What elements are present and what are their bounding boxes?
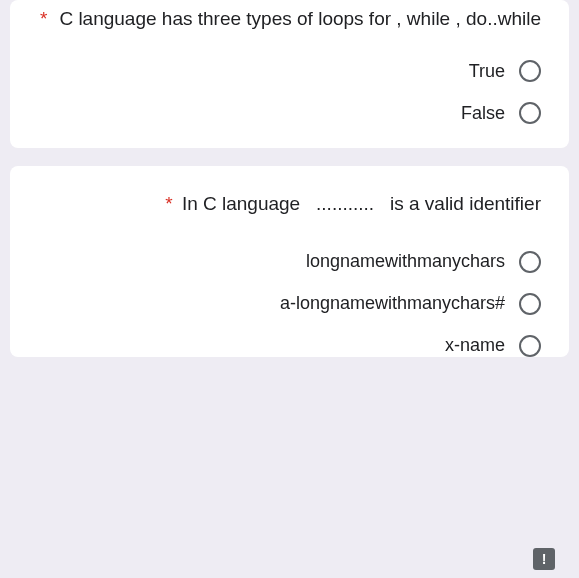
option-true[interactable]: True [469, 60, 541, 82]
radio-icon [519, 335, 541, 357]
radio-icon [519, 60, 541, 82]
radio-icon [519, 251, 541, 273]
question-card-2: * In C language ........... is a valid i… [10, 166, 569, 357]
question-2-suffix: is a valid identifier [390, 193, 541, 214]
question-2-options: longnamewithmanychars a-longnamewithmany… [38, 251, 541, 357]
option-label: False [461, 103, 505, 124]
option-false[interactable]: False [461, 102, 541, 124]
question-1-options: True False [38, 60, 541, 124]
question-2-prefix: In C language [182, 193, 300, 214]
question-1-body: C language has three types of loops for … [59, 8, 541, 29]
option-label: x-name [445, 335, 505, 356]
alert-icon: ! [542, 551, 547, 567]
question-1-text: *C language has three types of loops for… [38, 4, 541, 34]
question-2-blank: ........... [316, 193, 374, 214]
option-longname-hash[interactable]: a-longnamewithmanychars# [280, 293, 541, 315]
option-xname[interactable]: x-name [445, 335, 541, 357]
question-card-1: *C language has three types of loops for… [10, 0, 569, 148]
option-label: a-longnamewithmanychars# [280, 293, 505, 314]
radio-icon [519, 102, 541, 124]
option-label: True [469, 61, 505, 82]
radio-icon [519, 293, 541, 315]
alert-badge[interactable]: ! [533, 548, 555, 570]
question-2-text: * In C language ........... is a valid i… [38, 190, 541, 219]
option-longname[interactable]: longnamewithmanychars [306, 251, 541, 273]
option-label: longnamewithmanychars [306, 251, 505, 272]
required-mark: * [165, 193, 172, 214]
required-mark: * [40, 8, 47, 29]
